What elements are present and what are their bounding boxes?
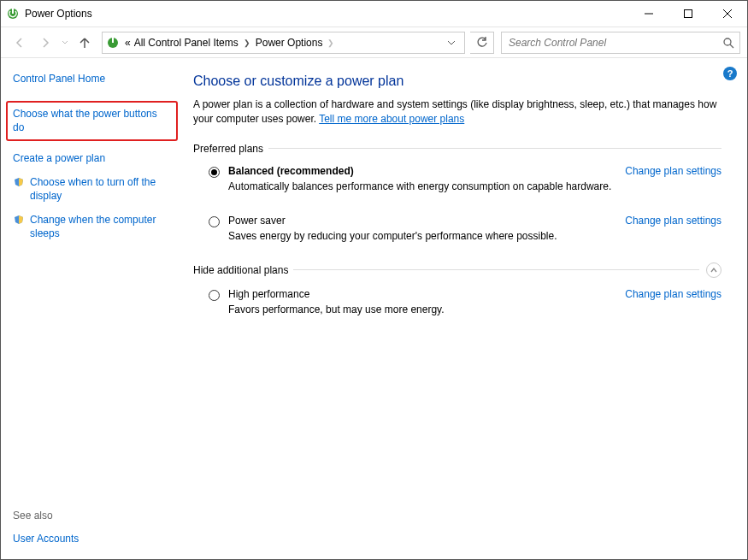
sidebar-item-label: Change when the computer sleeps <box>30 213 173 240</box>
back-button[interactable] <box>8 31 32 55</box>
radio-power-saver[interactable] <box>209 216 220 227</box>
sidebar-item-label: Create a power plan <box>13 151 105 165</box>
plan-title: High performance <box>228 288 611 300</box>
plan-description: Favors performance, but may use more ene… <box>228 304 611 315</box>
see-also-user-accounts[interactable]: User Accounts <box>13 532 173 545</box>
address-bar[interactable]: « All Control Panel Items ❯ Power Option… <box>102 32 465 54</box>
svg-rect-1 <box>12 9 14 14</box>
power-options-window: Power Options <box>0 0 748 560</box>
change-plan-settings-link[interactable]: Change plan settings <box>625 165 721 177</box>
sidebar-item-label: User Accounts <box>13 532 79 545</box>
change-plan-settings-link[interactable]: Change plan settings <box>625 215 721 227</box>
refresh-button[interactable] <box>470 32 494 54</box>
sidebar-item-create-plan[interactable]: Create a power plan <box>13 151 173 165</box>
chevron-up-icon[interactable] <box>706 262 721 278</box>
svg-rect-3 <box>685 10 692 18</box>
address-dropdown[interactable] <box>442 38 461 47</box>
search-input[interactable] <box>507 36 722 50</box>
radio-balanced[interactable] <box>209 167 220 178</box>
plan-title: Balanced (recommended) <box>228 165 611 177</box>
help-icon[interactable]: ? <box>723 67 737 80</box>
control-panel-home-link[interactable]: Control Panel Home <box>13 72 173 85</box>
learn-more-link[interactable]: Tell me more about power plans <box>319 113 464 125</box>
up-button[interactable] <box>73 31 97 55</box>
radio-high-performance[interactable] <box>209 290 220 301</box>
svg-rect-7 <box>112 38 114 43</box>
forward-button[interactable] <box>33 31 57 55</box>
divider <box>268 148 721 149</box>
shield-icon <box>13 214 25 226</box>
power-options-icon <box>106 36 120 50</box>
sidebar-item-label: Choose when to turn off the display <box>30 175 173 203</box>
sidebar: Control Panel Home Choose what the power… <box>1 58 185 559</box>
close-button[interactable] <box>708 1 747 27</box>
search-bar[interactable] <box>501 32 740 54</box>
change-plan-settings-link[interactable]: Change plan settings <box>625 288 721 300</box>
window-controls <box>629 1 747 27</box>
hide-additional-plans-group[interactable]: Hide additional plans <box>193 262 721 278</box>
shield-icon <box>13 176 25 188</box>
page-heading: Choose or customize a power plan <box>193 74 721 89</box>
plan-power-saver: Power saver Saves energy by reducing you… <box>193 213 721 247</box>
maximize-button[interactable] <box>668 1 708 27</box>
group-title: Preferred plans <box>193 143 263 155</box>
divider <box>293 269 699 270</box>
plan-description: Saves energy by reducing your computer's… <box>228 230 611 242</box>
plan-description: Automatically balances performance with … <box>228 180 611 192</box>
svg-point-8 <box>724 38 731 45</box>
sidebar-item-computer-sleeps[interactable]: Change when the computer sleeps <box>13 213 173 240</box>
breadcrumb-all-items[interactable]: All Control Panel Items <box>133 37 240 49</box>
svg-line-9 <box>730 44 733 48</box>
plan-balanced: Balanced (recommended) Automatically bal… <box>193 163 721 197</box>
navbar: « All Control Panel Items ❯ Power Option… <box>1 27 747 58</box>
plan-high-performance: High performance Favors performance, but… <box>193 286 721 321</box>
page-description: A power plan is a collection of hardware… <box>193 97 721 127</box>
breadcrumb-prefix[interactable]: « <box>123 37 133 49</box>
chevron-right-icon[interactable]: ❯ <box>324 38 338 47</box>
sidebar-item-label: Choose what the power buttons do <box>13 107 171 134</box>
sidebar-item-power-buttons[interactable]: Choose what the power buttons do <box>6 101 178 140</box>
see-also-label: See also <box>13 510 173 522</box>
power-options-icon <box>6 7 20 21</box>
minimize-button[interactable] <box>629 1 668 27</box>
content-area: ? Control Panel Home Choose what the pow… <box>1 58 747 559</box>
sidebar-item-label: Control Panel Home <box>13 72 105 85</box>
preferred-plans-group: Preferred plans <box>193 143 721 155</box>
plan-title: Power saver <box>228 215 611 227</box>
main-panel: Choose or customize a power plan A power… <box>185 58 747 559</box>
recent-dropdown[interactable] <box>59 31 71 55</box>
titlebar: Power Options <box>1 1 747 27</box>
search-icon[interactable] <box>722 37 734 49</box>
group-title: Hide additional plans <box>193 264 288 276</box>
breadcrumb-power-options[interactable]: Power Options <box>254 37 325 49</box>
window-title: Power Options <box>25 8 629 20</box>
chevron-right-icon[interactable]: ❯ <box>240 38 254 47</box>
sidebar-item-turn-off-display[interactable]: Choose when to turn off the display <box>13 175 173 203</box>
